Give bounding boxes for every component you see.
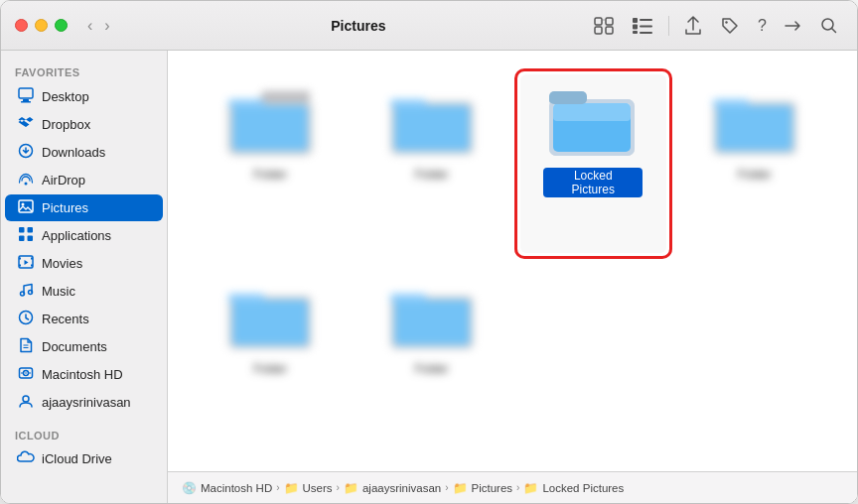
- tag-button[interactable]: [715, 13, 745, 39]
- sidebar-item-documents[interactable]: Documents: [5, 333, 163, 360]
- sidebar-item-dropbox[interactable]: Dropbox: [5, 111, 163, 138]
- svg-rect-24: [19, 258, 21, 260]
- svg-rect-7: [640, 25, 652, 27]
- svg-rect-42: [228, 99, 264, 107]
- sidebar-item-icloud-drive[interactable]: iCloud Drive: [5, 446, 163, 471]
- view-grid-button[interactable]: [589, 14, 619, 38]
- svg-rect-8: [633, 31, 638, 34]
- folder-label: Folder: [415, 362, 449, 376]
- folder-icon-blurred: [387, 82, 477, 160]
- more-button[interactable]: [780, 16, 807, 36]
- main-area: Favorites Desktop Dropbox: [1, 51, 857, 503]
- svg-rect-2: [595, 27, 602, 34]
- breadcrumb-locked-pictures-label: Locked Pictures: [542, 482, 624, 494]
- folder-item[interactable]: Folder: [198, 74, 344, 253]
- applications-icon: [17, 226, 35, 245]
- svg-rect-50: [553, 103, 631, 121]
- share-button[interactable]: [679, 13, 707, 39]
- sidebar-item-label: Downloads: [42, 145, 105, 160]
- sidebar: Favorites Desktop Dropbox: [1, 51, 168, 503]
- breadcrumb-sep4: ›: [516, 482, 519, 493]
- svg-rect-53: [717, 105, 792, 151]
- pictures-crumb-icon: 📁: [453, 481, 468, 495]
- svg-rect-4: [633, 18, 638, 23]
- toolbar-right: ?: [589, 13, 843, 39]
- sidebar-item-movies[interactable]: Movies: [5, 250, 163, 277]
- svg-rect-25: [31, 258, 33, 260]
- sidebar-item-applications[interactable]: Applications: [5, 222, 163, 249]
- breadcrumb-sep1: ›: [276, 482, 279, 493]
- svg-rect-19: [19, 227, 25, 233]
- sidebar-item-label: AirDrop: [42, 173, 85, 188]
- svg-rect-3: [606, 27, 613, 34]
- folder-icon-blurred: [225, 277, 315, 354]
- breadcrumb-pictures[interactable]: 📁 Pictures: [453, 481, 513, 495]
- locked-crumb-icon: 📁: [523, 481, 538, 495]
- folder-label: Folder: [415, 168, 449, 182]
- music-icon: [17, 282, 35, 301]
- breadcrumb-user[interactable]: 📁 ajaaysrinivasan: [344, 481, 441, 495]
- folder-item[interactable]: Folder: [682, 74, 828, 253]
- sidebar-item-desktop[interactable]: Desktop: [5, 83, 163, 110]
- sidebar-item-airdrop[interactable]: AirDrop: [5, 167, 163, 193]
- sidebar-item-label: Applications: [42, 228, 111, 243]
- sidebar-item-label: iCloud Drive: [42, 451, 112, 466]
- dropbox-icon: [17, 115, 35, 134]
- svg-rect-5: [640, 19, 652, 21]
- recents-icon: [17, 310, 35, 328]
- file-grid: Folder Folder: [168, 51, 857, 471]
- minimize-button[interactable]: [35, 19, 48, 32]
- breadcrumb-locked-pictures[interactable]: 📁 Locked Pictures: [523, 481, 624, 495]
- svg-rect-45: [390, 99, 426, 107]
- svg-rect-20: [28, 227, 34, 233]
- back-button[interactable]: ‹: [83, 15, 96, 37]
- svg-point-28: [21, 292, 25, 296]
- folder-item[interactable]: Folder: [359, 74, 505, 253]
- sidebar-item-music[interactable]: Music: [5, 278, 163, 305]
- folder-item[interactable]: Folder: [198, 269, 344, 447]
- svg-point-29: [29, 291, 33, 295]
- sidebar-item-downloads[interactable]: Downloads: [5, 139, 163, 166]
- forward-button[interactable]: ›: [100, 15, 113, 37]
- view-list-button[interactable]: [627, 14, 658, 38]
- svg-rect-0: [595, 18, 602, 25]
- svg-rect-22: [28, 236, 34, 242]
- svg-rect-41: [232, 105, 308, 151]
- breadcrumb-macintosh-hd[interactable]: 💿 Macintosh HD: [182, 481, 272, 495]
- sidebar-item-label: Documents: [42, 339, 107, 354]
- users-crumb-icon: 📁: [284, 481, 299, 495]
- sidebar-item-user[interactable]: ajaaysrinivasan: [5, 389, 163, 416]
- svg-rect-6: [633, 24, 638, 29]
- folder-icon-blurred: [225, 82, 315, 160]
- folder-item-locked-pictures[interactable]: Locked Pictures: [520, 74, 666, 253]
- help-button[interactable]: ?: [753, 14, 772, 38]
- svg-point-16: [25, 183, 28, 186]
- icloud-drive-icon: [17, 450, 35, 467]
- svg-rect-57: [228, 294, 264, 302]
- maximize-button[interactable]: [55, 19, 68, 32]
- svg-point-38: [23, 396, 29, 402]
- folder-icon-locked-pictures: [548, 82, 638, 160]
- close-button[interactable]: [15, 19, 28, 32]
- sidebar-item-label: Dropbox: [42, 117, 90, 132]
- macintosh-hd-icon: [17, 365, 35, 384]
- sidebar-item-recents[interactable]: Recents: [5, 306, 163, 332]
- sidebar-item-pictures[interactable]: Pictures: [5, 194, 163, 221]
- svg-rect-60: [390, 294, 426, 302]
- sidebar-item-label: ajaaysrinivasan: [42, 395, 131, 410]
- svg-rect-26: [19, 265, 21, 267]
- divider1: [668, 16, 669, 36]
- folder-label: Folder: [253, 362, 287, 376]
- search-button[interactable]: [815, 14, 843, 38]
- svg-rect-51: [549, 91, 587, 104]
- content-area: Folder Folder: [168, 51, 857, 503]
- sidebar-item-macintosh-hd[interactable]: Macintosh HD: [5, 361, 163, 388]
- sidebar-item-label: Movies: [42, 256, 82, 271]
- breadcrumb-sep3: ›: [445, 482, 448, 493]
- folder-label-locked-pictures: Locked Pictures: [543, 168, 643, 197]
- folder-item[interactable]: Folder: [359, 269, 505, 447]
- finder-window: ‹ › Pictures: [0, 0, 858, 504]
- svg-rect-59: [394, 300, 470, 345]
- breadcrumb-users[interactable]: 📁 Users: [284, 481, 333, 495]
- sidebar-item-label: Recents: [42, 312, 89, 326]
